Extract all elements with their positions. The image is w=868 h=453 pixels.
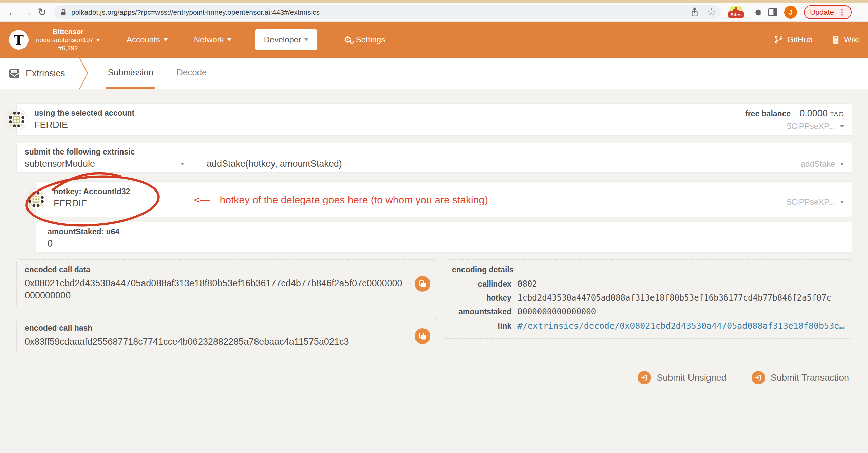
share-icon[interactable] [690,7,699,17]
menu-accounts[interactable]: Accounts [127,35,168,44]
detail-value-hotkey: 1cbd2d43530a44705ad088af313e18f80b53ef16… [517,293,844,303]
extrinsic-select-label: submit the following extrinsic [25,147,844,157]
detail-value-amountstaked: 0000000000000000 [517,307,844,316]
extensions-puzzle-icon[interactable] [752,7,761,17]
encoded-call-hash-card: encoded call hash 0x83ff59cdaaafd2556877… [16,318,436,354]
amount-param-label: amountStaked: u64 [48,227,844,236]
menu-settings[interactable]: ⚙⚙ Settings [344,35,385,44]
chevron-down-icon [304,38,308,41]
account-address-dropdown[interactable]: 5CiPPseXP... [745,122,844,131]
chain-selector[interactable]: Bittensor node-subtensor/107 #6,292 [36,27,100,52]
menu-developer[interactable]: Developer [255,29,317,50]
wiki-book-icon [831,35,840,44]
browser-menu-icon[interactable]: ⋮ [838,8,846,17]
profile-avatar[interactable]: J [784,6,797,19]
forward-icon[interactable]: → [20,7,35,17]
submit-transaction-button[interactable]: Submit Transaction [750,370,851,385]
encoded-call-hash-value: 0x83ff59cdaaafd255687718c7741cce4b062328… [25,336,405,348]
chevron-down-icon [840,163,844,165]
call-signature: addStake(hotkey, amountStaked) [207,159,342,169]
encoding-details-card: encoding details callindex 0802 hotkey 1… [444,259,852,339]
page-title: Extrinsics [8,58,79,89]
wiki-link[interactable]: Wiki [831,35,859,44]
browser-toolbar: ← → ↻ polkadot.js.org/apps/?rpc=wss://en… [0,3,868,22]
settings-gears-icon: ⚙⚙ [344,35,352,44]
extrinsics-icon [8,68,20,79]
tab-decode[interactable]: Decode [174,58,209,89]
copy-icon [418,332,427,340]
encoding-details-title: encoding details [452,265,844,274]
submit-unsigned-button[interactable]: Submit Unsigned [636,370,729,385]
call-select[interactable]: addStake [801,159,844,169]
copy-call-hash-button[interactable] [415,328,430,344]
annotation-arrow: <— [194,194,210,205]
update-label: Update [810,8,834,17]
chevron-down-icon [164,38,168,41]
sign-in-icon [752,371,765,384]
encoded-call-data-card: encoded call data 0x08021cbd2d43530a4470… [16,259,436,308]
call-params: <—hotkey of the delegate goes here (to w… [24,176,852,253]
url-text: polkadot.js.org/apps/?rpc=wss://entrypoi… [71,8,686,16]
free-balance-value: 0.0000 [799,108,828,119]
hotkey-address-dropdown[interactable]: 5CiPPseXP... [787,197,844,207]
param-amount-card[interactable]: amountStaked: u64 0 [36,222,852,253]
selected-account-name: FERDIE [34,120,844,130]
detail-label-callindex: callindex [452,279,511,289]
chevron-down-icon [840,125,844,128]
annotation-text: <—hotkey of the delegate goes here (to w… [194,194,488,206]
address-bar[interactable]: polkadot.js.org/apps/?rpc=wss://entrypoi… [54,5,721,19]
sites-extension-icon[interactable]: Sites [727,6,745,18]
module-select[interactable]: subtensorModule [25,159,184,169]
extrinsics-page: using the selected account FERDIE free b… [0,89,868,385]
side-panel-icon[interactable] [768,7,777,17]
chevron-down-icon [180,163,184,165]
node-version: node-subtensor/107 [36,36,93,44]
copy-call-data-button[interactable] [415,276,430,292]
detail-label-amountstaked: amountstaked [452,307,511,316]
extrinsic-select-card: submit the following extrinsic subtensor… [16,143,852,173]
tab-bar: Extrinsics Submission Decode [0,58,868,89]
app-navbar: T Bittensor node-subtensor/107 #6,292 Ac… [0,22,868,58]
encoded-call-data-value: 0x08021cbd2d43530a44705ad088af313e18f80b… [25,277,405,302]
chevron-down-icon [227,38,231,41]
chain-name: Bittensor [52,27,83,36]
block-number: #6,292 [58,44,78,52]
lock-icon [60,8,67,16]
encoded-call-data-label: encoded call data [25,265,405,274]
decode-link[interactable]: #/extrinsics/decode/0x08021cbd2d43530a44… [517,321,844,331]
account-address-short: 5CiPPseXP... [787,122,835,131]
amount-input-value[interactable]: 0 [48,238,844,249]
account-select-card[interactable]: using the selected account FERDIE free b… [16,103,852,136]
free-balance-unit: TAO [830,111,844,118]
bittensor-logo: T [9,30,29,50]
hotkey-address-short: 5CiPPseXP... [787,197,835,207]
bookmark-star-icon[interactable]: ☆ [707,6,716,18]
chevron-down-icon [96,39,100,41]
tab-submission[interactable]: Submission [106,58,155,89]
account-select-label: using the selected account [34,109,844,118]
account-identicon [5,108,28,131]
reload-icon[interactable]: ↻ [35,7,50,17]
hotkey-identicon [25,188,47,211]
call-short: addStake [801,159,835,169]
detail-label-hotkey: hotkey [452,293,511,303]
menu-network[interactable]: Network [194,35,231,44]
sign-in-icon [638,371,651,384]
detail-value-callindex: 0802 [517,279,844,289]
update-button[interactable]: Update ⋮ [804,5,852,19]
module-name: subtensorModule [25,159,95,169]
copy-icon [418,280,427,288]
window-title-strip [0,0,868,3]
detail-label-link: link [452,322,511,331]
back-icon[interactable]: ← [5,7,20,17]
free-balance-label: free balance [745,109,791,118]
chevron-down-icon [840,201,844,203]
github-link[interactable]: GitHub [774,35,813,44]
encoded-call-hash-label: encoded call hash [25,324,405,333]
tab-divider-chevron [79,58,89,89]
github-branch-icon [774,35,783,44]
